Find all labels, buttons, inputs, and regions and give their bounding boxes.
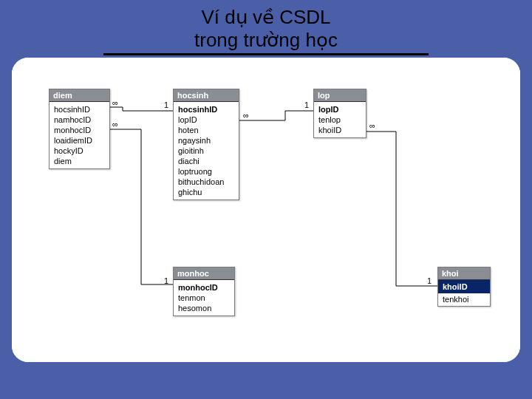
schema-canvas: ∞ 1 ∞ 1 ∞ 1 ∞ 1 diem hocsinhID namhocID …	[12, 58, 520, 362]
title-line-2: trong trường học	[103, 29, 429, 52]
title-line-1: Ví dụ về CSDL	[103, 6, 429, 29]
rel-inf-2: ∞	[112, 120, 118, 129]
slide: Ví dụ về CSDL trong trường học ∞ 1 ∞ 1 ∞	[0, 0, 532, 399]
table-lop[interactable]: lop lopID tenlop khoiID	[313, 89, 366, 138]
field[interactable]: diem	[50, 156, 109, 166]
rel-one-2: 1	[164, 276, 168, 285]
rel-inf-4: ∞	[369, 121, 375, 130]
field[interactable]: loaidiemID	[50, 135, 109, 146]
field[interactable]: namhocID	[50, 115, 109, 125]
content-panel: ∞ 1 ∞ 1 ∞ 1 ∞ 1 diem hocsinhID namhocID …	[12, 58, 520, 362]
slide-title: Ví dụ về CSDL trong trường học	[103, 0, 429, 55]
table-diem-header: diem	[50, 89, 109, 102]
table-khoi-header: khoi	[438, 267, 490, 280]
rel-one-1: 1	[164, 100, 168, 109]
field[interactable]: hockyID	[50, 146, 109, 156]
table-hocsinh-body: hocsinhID lopID hoten ngaysinh gioitinh …	[174, 102, 239, 200]
field-pk[interactable]: monhocID	[174, 282, 234, 293]
table-khoi-body: khoiID tenkhoi	[438, 280, 490, 306]
field[interactable]: diachi	[174, 156, 239, 166]
table-diem[interactable]: diem hocsinhID namhocID monhocID loaidie…	[49, 89, 110, 169]
table-monhoc-header: monhoc	[174, 267, 234, 280]
title-underline	[103, 53, 429, 55]
field[interactable]: ngaysinh	[174, 135, 239, 146]
table-hocsinh-header: hocsinh	[174, 89, 239, 102]
table-hocsinh[interactable]: hocsinh hocsinhID lopID hoten ngaysinh g…	[173, 89, 239, 200]
table-khoi[interactable]: khoi khoiID tenkhoi	[437, 267, 491, 307]
field[interactable]: ghichu	[174, 187, 239, 197]
field[interactable]: loptruong	[174, 166, 239, 177]
field[interactable]: khoiID	[314, 125, 366, 135]
field[interactable]: monhocID	[50, 125, 109, 135]
table-monhoc-body: monhocID tenmon hesomon	[174, 280, 234, 316]
field-selected[interactable]: khoiID	[438, 280, 490, 293]
field[interactable]: hoten	[174, 125, 239, 135]
field-pk[interactable]: hocsinhID	[174, 104, 239, 115]
field[interactable]: hesomon	[174, 303, 234, 313]
table-lop-body: lopID tenlop khoiID	[314, 102, 366, 137]
table-lop-header: lop	[314, 89, 366, 102]
field[interactable]: gioitinh	[174, 146, 239, 156]
field[interactable]: lopID	[174, 115, 239, 125]
rel-one-3: 1	[304, 100, 309, 109]
rel-one-4: 1	[427, 276, 432, 285]
field[interactable]: tenkhoi	[438, 293, 490, 306]
field[interactable]: tenmon	[174, 293, 234, 303]
table-diem-body: hocsinhID namhocID monhocID loaidiemID h…	[50, 102, 109, 168]
field[interactable]: bithuchidoan	[174, 177, 239, 187]
field-pk[interactable]: lopID	[314, 104, 366, 115]
rel-inf-3: ∞	[243, 111, 249, 120]
field[interactable]: hocsinhID	[50, 104, 109, 115]
field[interactable]: tenlop	[314, 115, 366, 125]
rel-inf-1: ∞	[112, 98, 118, 107]
table-monhoc[interactable]: monhoc monhocID tenmon hesomon	[173, 267, 235, 316]
